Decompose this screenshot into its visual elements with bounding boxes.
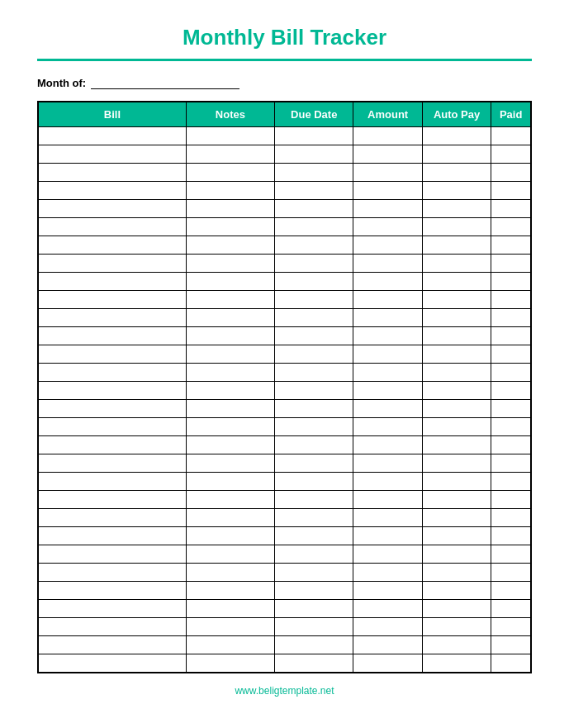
table-cell[interactable] (491, 600, 531, 618)
table-cell[interactable] (275, 436, 353, 454)
table-row[interactable] (39, 473, 531, 491)
table-cell[interactable] (353, 364, 422, 382)
table-cell[interactable] (422, 509, 491, 527)
table-cell[interactable] (39, 382, 187, 400)
table-cell[interactable] (422, 364, 491, 382)
table-cell[interactable] (422, 255, 491, 273)
table-cell[interactable] (491, 382, 531, 400)
table-cell[interactable] (422, 564, 491, 582)
table-row[interactable] (39, 255, 531, 273)
table-cell[interactable] (353, 164, 422, 182)
table-cell[interactable] (353, 454, 422, 473)
table-cell[interactable] (186, 654, 274, 673)
table-cell[interactable] (275, 654, 353, 673)
table-cell[interactable] (39, 273, 187, 291)
table-cell[interactable] (422, 436, 491, 454)
table-cell[interactable] (186, 345, 274, 364)
table-cell[interactable] (491, 218, 531, 236)
table-cell[interactable] (422, 600, 491, 618)
table-cell[interactable] (39, 545, 187, 564)
table-cell[interactable] (275, 545, 353, 564)
table-cell[interactable] (39, 491, 187, 509)
table-cell[interactable] (186, 400, 274, 418)
table-cell[interactable] (186, 636, 274, 654)
table-cell[interactable] (39, 200, 187, 218)
table-cell[interactable] (275, 400, 353, 418)
table-row[interactable] (39, 509, 531, 527)
table-cell[interactable] (422, 527, 491, 545)
table-cell[interactable] (39, 127, 187, 145)
table-row[interactable] (39, 654, 531, 673)
table-cell[interactable] (422, 345, 491, 364)
table-cell[interactable] (353, 636, 422, 654)
table-cell[interactable] (353, 436, 422, 454)
table-cell[interactable] (422, 327, 491, 345)
table-cell[interactable] (422, 545, 491, 564)
table-cell[interactable] (186, 418, 274, 436)
table-row[interactable] (39, 582, 531, 600)
table-cell[interactable] (491, 582, 531, 600)
table-row[interactable] (39, 164, 531, 182)
table-row[interactable] (39, 327, 531, 345)
table-cell[interactable] (186, 327, 274, 345)
table-cell[interactable] (491, 618, 531, 636)
table-cell[interactable] (422, 454, 491, 473)
table-cell[interactable] (275, 636, 353, 654)
table-cell[interactable] (422, 618, 491, 636)
table-cell[interactable] (275, 327, 353, 345)
table-cell[interactable] (353, 527, 422, 545)
table-cell[interactable] (275, 309, 353, 327)
table-cell[interactable] (353, 600, 422, 618)
table-cell[interactable] (422, 291, 491, 309)
table-cell[interactable] (353, 236, 422, 255)
table-cell[interactable] (275, 236, 353, 255)
table-row[interactable] (39, 291, 531, 309)
table-cell[interactable] (39, 600, 187, 618)
table-cell[interactable] (186, 473, 274, 491)
table-cell[interactable] (422, 491, 491, 509)
table-cell[interactable] (491, 564, 531, 582)
table-cell[interactable] (186, 200, 274, 218)
table-cell[interactable] (422, 182, 491, 200)
table-cell[interactable] (353, 127, 422, 145)
table-cell[interactable] (39, 236, 187, 255)
table-cell[interactable] (353, 218, 422, 236)
table-cell[interactable] (353, 618, 422, 636)
table-cell[interactable] (186, 127, 274, 145)
table-row[interactable] (39, 218, 531, 236)
table-cell[interactable] (39, 509, 187, 527)
table-cell[interactable] (491, 255, 531, 273)
table-row[interactable] (39, 200, 531, 218)
table-cell[interactable] (186, 218, 274, 236)
table-cell[interactable] (275, 491, 353, 509)
table-cell[interactable] (353, 145, 422, 164)
table-cell[interactable] (275, 527, 353, 545)
table-cell[interactable] (491, 436, 531, 454)
table-cell[interactable] (275, 564, 353, 582)
table-row[interactable] (39, 382, 531, 400)
table-cell[interactable] (186, 545, 274, 564)
table-cell[interactable] (39, 618, 187, 636)
table-row[interactable] (39, 400, 531, 418)
table-cell[interactable] (186, 454, 274, 473)
table-cell[interactable] (186, 582, 274, 600)
table-row[interactable] (39, 418, 531, 436)
table-cell[interactable] (491, 309, 531, 327)
table-cell[interactable] (491, 636, 531, 654)
table-row[interactable] (39, 309, 531, 327)
table-cell[interactable] (353, 418, 422, 436)
table-cell[interactable] (353, 200, 422, 218)
table-cell[interactable] (491, 454, 531, 473)
table-cell[interactable] (491, 527, 531, 545)
table-row[interactable] (39, 545, 531, 564)
table-cell[interactable] (275, 473, 353, 491)
table-cell[interactable] (422, 473, 491, 491)
table-cell[interactable] (422, 145, 491, 164)
table-cell[interactable] (186, 164, 274, 182)
table-cell[interactable] (186, 273, 274, 291)
table-cell[interactable] (186, 182, 274, 200)
table-cell[interactable] (186, 309, 274, 327)
table-cell[interactable] (275, 454, 353, 473)
table-cell[interactable] (275, 364, 353, 382)
table-cell[interactable] (39, 473, 187, 491)
